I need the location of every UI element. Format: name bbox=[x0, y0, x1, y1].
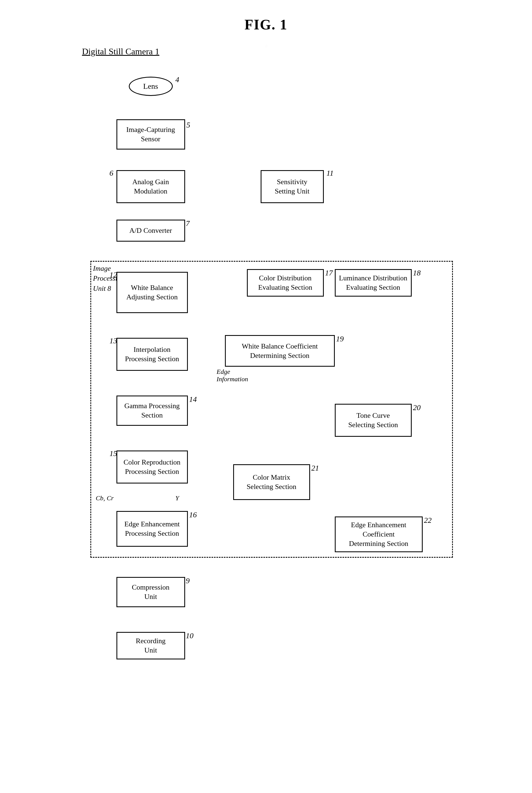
ref-color-repro: 15 bbox=[110, 449, 117, 458]
ref-wb-coeff: 19 bbox=[336, 334, 344, 343]
color-matrix-box: Color Matrix Selecting Section bbox=[233, 464, 310, 500]
tone-curve-box: Tone Curve Selecting Section bbox=[335, 404, 412, 437]
ad-converter-label: A/D Converter bbox=[129, 226, 172, 235]
color-matrix-label: Color Matrix Selecting Section bbox=[247, 473, 296, 492]
gamma-box: Gamma Processing Section bbox=[116, 395, 188, 426]
ref-edge-enhancement: 16 bbox=[189, 511, 197, 519]
camera-label: Digital Still Camera 1 bbox=[82, 47, 159, 57]
luminance-distribution-box: Luminance Distribution Evaluating Sectio… bbox=[335, 269, 412, 297]
ref-color-dist: 17 bbox=[325, 269, 333, 277]
white-balance-coeff-box: White Balance Coefficient Determining Se… bbox=[225, 335, 335, 367]
color-distribution-box: Color Distribution Evaluating Section bbox=[247, 269, 324, 297]
ref-color-matrix: 21 bbox=[311, 464, 319, 473]
y-label: Y bbox=[175, 495, 179, 502]
sensitivity-label: Sensitivity Setting Unit bbox=[274, 177, 309, 196]
analog-gain-box: Analog Gain Modulation bbox=[116, 170, 185, 203]
ad-converter-box: A/D Converter bbox=[116, 220, 185, 242]
ref-gamma: 14 bbox=[189, 395, 197, 404]
recording-box: Recording Unit bbox=[116, 632, 185, 659]
gamma-label: Gamma Processing Section bbox=[125, 401, 179, 420]
ref-ad: 7 bbox=[186, 219, 190, 228]
edge-enhancement-box: Edge Enhancement Processing Section bbox=[116, 511, 188, 547]
analog-gain-label: Analog Gain Modulation bbox=[132, 177, 169, 196]
edge-enhancement-label: Edge Enhancement Processing Section bbox=[125, 519, 179, 538]
ref-edge-coeff: 22 bbox=[424, 516, 432, 525]
compression-label: Compression Unit bbox=[132, 583, 169, 602]
interpolation-box: Interpolation Processing Section bbox=[116, 338, 188, 371]
interpolation-label: Interpolation Processing Section bbox=[125, 345, 179, 364]
white-balance-adjusting-label: White Balance Adjusting Section bbox=[126, 283, 178, 302]
ref-wb-adjusting: 12 bbox=[110, 271, 117, 279]
ref-luminance-dist: 18 bbox=[413, 269, 421, 277]
image-capturing-label: Image-Capturing Sensor bbox=[126, 125, 175, 144]
edge-info-label: Edge Information bbox=[217, 368, 248, 383]
compression-box: Compression Unit bbox=[116, 577, 185, 607]
ref-interpolation: 13 bbox=[110, 336, 117, 345]
ref-recording: 10 bbox=[186, 631, 194, 640]
edge-enhancement-coeff-box: Edge Enhancement Coefficient Determining… bbox=[335, 516, 423, 552]
white-balance-coeff-label: White Balance Coefficient Determining Se… bbox=[242, 342, 318, 361]
ref-analog-gain: 6 bbox=[110, 169, 113, 178]
color-reproduction-label: Color Reproduction Processing Section bbox=[124, 458, 180, 476]
lens-box: Lens bbox=[129, 77, 173, 96]
edge-enhancement-coeff-label: Edge Enhancement Coefficient Determining… bbox=[338, 520, 420, 548]
ref-image-capturing: 5 bbox=[187, 121, 190, 129]
ref-tone-curve: 20 bbox=[413, 403, 421, 412]
sensitivity-setting-box: Sensitivity Setting Unit bbox=[261, 170, 324, 203]
ref-sensitivity: 11 bbox=[326, 169, 334, 178]
white-balance-adjusting-box: White Balance Adjusting Section bbox=[116, 272, 188, 313]
ref-lens: 4 bbox=[175, 75, 179, 84]
cb-cr-label: Cb, Cr bbox=[96, 495, 114, 502]
image-capturing-box: Image-Capturing Sensor bbox=[116, 119, 185, 149]
color-reproduction-box: Color Reproduction Processing Section bbox=[116, 450, 188, 483]
lens-label: Lens bbox=[143, 81, 158, 91]
page-title: FIG. 1 bbox=[0, 17, 532, 33]
ref-compression: 9 bbox=[186, 576, 190, 585]
luminance-distribution-label: Luminance Distribution Evaluating Sectio… bbox=[339, 274, 407, 292]
recording-label: Recording Unit bbox=[136, 636, 165, 655]
color-distribution-label: Color Distribution Evaluating Section bbox=[258, 274, 312, 292]
tone-curve-label: Tone Curve Selecting Section bbox=[348, 411, 398, 430]
